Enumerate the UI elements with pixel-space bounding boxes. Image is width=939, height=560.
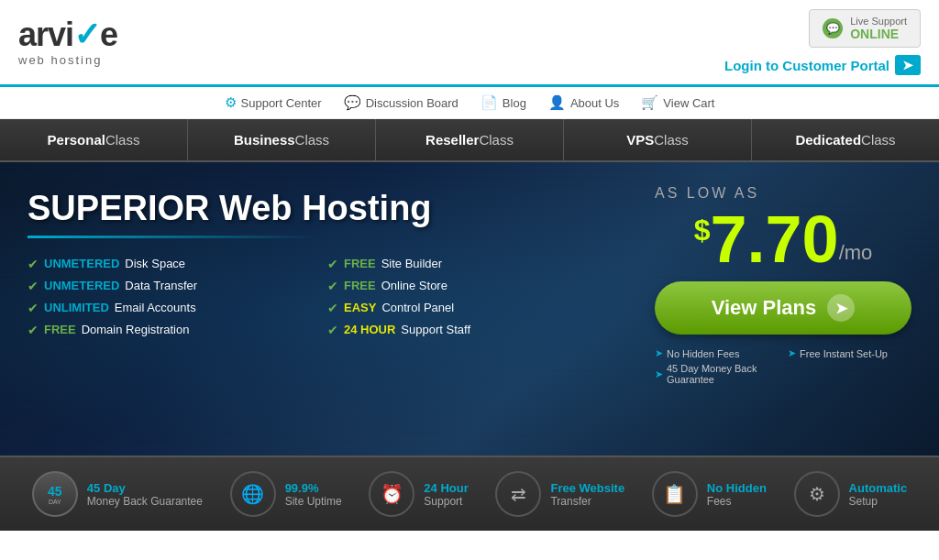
login-portal-link[interactable]: Login to Customer Portal ➤ xyxy=(724,55,921,75)
bottom-support: ⏰ 24 Hour Support xyxy=(369,471,468,517)
live-support-button[interactable]: 💬 Live Support ONLINE xyxy=(809,9,921,48)
badge-45-day: 45 DAY xyxy=(32,471,78,517)
nav-business-bold: Business xyxy=(234,132,295,148)
bottom-uptime-highlight: 99.9% xyxy=(285,481,342,495)
view-plans-button[interactable]: View Plans ➤ xyxy=(655,281,911,335)
bottom-money-back-label: Money Back Guarantee xyxy=(87,495,203,508)
feature-unlimited-email-text: Email Accounts xyxy=(115,301,196,314)
nav-vps-rest: Class xyxy=(654,132,689,148)
bottom-bar: 45 DAY 45 Day Money Back Guarantee 🌐 99.… xyxy=(0,456,939,531)
price-dollar: $ xyxy=(694,214,711,247)
bottom-uptime: 🌐 99.9% Site Uptime xyxy=(230,471,342,517)
bottom-no-hidden-fees: 📋 No Hidden Fees xyxy=(652,471,767,517)
bottom-setup-highlight: Automatic xyxy=(849,481,908,495)
feature-free-online-store-highlight: FREE xyxy=(344,279,376,292)
feature-24-hour-support: ✔ 24 HOUR Support Staff xyxy=(327,323,600,337)
nav-support-center-label: Support Center xyxy=(241,96,322,110)
nav-support-center[interactable]: ⚙ Support Center xyxy=(225,94,322,111)
logo-text: arvi✓e xyxy=(18,18,117,51)
person-icon: 👤 xyxy=(548,94,566,111)
check-icon-4: ✔ xyxy=(327,279,338,293)
feature-free-domain-highlight: FREE xyxy=(44,323,76,336)
price-display: $ 7.70 /mo xyxy=(694,206,873,272)
nav-links: ⚙ Support Center 💬 Discussion Board 📄 Bl… xyxy=(0,87,939,119)
feature-free-online-store: ✔ FREE Online Store xyxy=(327,279,600,293)
header-right: 💬 Live Support ONLINE Login to Customer … xyxy=(724,9,921,75)
view-plans-label: View Plans xyxy=(712,296,817,320)
nav-personal-rest: Class xyxy=(105,132,140,148)
check-icon-3: ✔ xyxy=(28,279,39,293)
nav-dedicated-bold: Dedicated xyxy=(795,132,861,148)
feature-free-online-store-text: Online Store xyxy=(381,279,447,292)
benefit-arrow-icon-3: ➤ xyxy=(655,368,663,380)
price-amount: 7.70 xyxy=(710,206,838,272)
bottom-support-text: 24 Hour Support xyxy=(424,481,468,508)
nav-discussion-board[interactable]: 💬 Discussion Board xyxy=(344,94,458,111)
bottom-uptime-label: Site Uptime xyxy=(285,495,342,508)
feature-unmetered-disk-highlight: UNMETERED xyxy=(44,257,119,270)
check-icon: ✔ xyxy=(28,257,39,271)
nav-discussion-board-label: Discussion Board xyxy=(366,96,458,110)
check-icon-8: ✔ xyxy=(327,323,338,337)
benefit-free-setup-text: Free Instant Set-Up xyxy=(800,348,888,359)
hero-title-rest: Web Hosting xyxy=(219,189,432,227)
chat-icon: 💬 xyxy=(823,18,843,38)
bottom-money-back-highlight: 45 Day xyxy=(87,481,203,495)
document-icon: 📄 xyxy=(481,94,498,111)
hero-title-bold: SUPERIOR xyxy=(28,189,209,227)
nav-dedicated-class[interactable]: DedicatedClass xyxy=(752,119,939,160)
nav-vps-bold: VPS xyxy=(626,132,654,148)
bottom-money-back: 45 DAY 45 Day Money Back Guarantee xyxy=(32,471,203,517)
transfer-icon: ⇄ xyxy=(495,471,541,517)
nav-business-rest: Class xyxy=(295,132,330,148)
main-nav: PersonalClass BusinessClass ResellerClas… xyxy=(0,119,939,162)
benefit-money-back-text: 45 Day Money Back Guarantee xyxy=(667,363,779,385)
price-mo: /mo xyxy=(839,241,873,265)
feature-easy-panel: ✔ EASY Control Panel xyxy=(327,301,600,315)
bottom-transfer-label: Transfer xyxy=(550,495,624,508)
feature-free-site-builder-highlight: FREE xyxy=(344,257,376,270)
clipboard-icon: 📋 xyxy=(652,471,698,517)
bottom-support-label: Support xyxy=(424,495,468,508)
feature-unmetered-transfer: ✔ UNMETERED Data Transfer xyxy=(28,279,300,293)
hero-left: SUPERIOR Web Hosting ✔ UNMETERED Disk Sp… xyxy=(0,162,627,456)
clock-icon: ⏰ xyxy=(369,471,414,517)
nav-vps-class[interactable]: VPSClass xyxy=(564,119,752,160)
check-icon-5: ✔ xyxy=(28,301,39,315)
feature-free-site-builder: ✔ FREE Site Builder xyxy=(327,257,600,271)
nav-personal-class[interactable]: PersonalClass xyxy=(0,119,188,160)
nav-reseller-bold: Reseller xyxy=(425,132,479,148)
header: arvi✓e web hosting 💬 Live Support ONLINE… xyxy=(0,0,939,87)
bottom-fees-highlight: No Hidden xyxy=(707,481,767,495)
hero-banner: SUPERIOR Web Hosting ✔ UNMETERED Disk Sp… xyxy=(0,162,939,456)
as-low-as: AS LOW AS xyxy=(655,185,759,202)
hero-title: SUPERIOR Web Hosting xyxy=(28,190,600,228)
feature-unlimited-email: ✔ UNLIMITED Email Accounts xyxy=(28,301,300,315)
hero-right: AS LOW AS $ 7.70 /mo View Plans ➤ ➤ No H… xyxy=(627,162,939,456)
bottom-transfer: ⇄ Free Website Transfer xyxy=(495,471,624,517)
benefit-arrow-icon: ➤ xyxy=(655,347,663,359)
nav-view-cart[interactable]: 🛒 View Cart xyxy=(641,94,714,111)
nav-reseller-class[interactable]: ResellerClass xyxy=(376,119,564,160)
feature-free-domain: ✔ FREE Domain Registration xyxy=(28,323,300,337)
bottom-transfer-text: Free Website Transfer xyxy=(550,481,624,508)
nav-about-us[interactable]: 👤 About Us xyxy=(548,94,619,111)
feature-unmetered-transfer-text: Data Transfer xyxy=(125,279,197,292)
feature-unmetered-transfer-highlight: UNMETERED xyxy=(44,279,119,292)
bottom-money-back-text: 45 Day Money Back Guarantee xyxy=(87,481,203,508)
live-support-text: Live Support ONLINE xyxy=(850,16,907,41)
hero-underline xyxy=(28,236,321,238)
nav-blog[interactable]: 📄 Blog xyxy=(481,94,526,111)
bottom-setup-text: Automatic Setup xyxy=(849,481,908,508)
feature-unmetered-disk-text: Disk Space xyxy=(125,257,185,270)
features-grid: ✔ UNMETERED Disk Space ✔ FREE Site Build… xyxy=(28,257,600,337)
nav-dedicated-rest: Class xyxy=(861,132,896,148)
nav-view-cart-label: View Cart xyxy=(663,96,714,110)
bottom-fees-text: No Hidden Fees xyxy=(707,481,767,508)
feature-free-site-builder-text: Site Builder xyxy=(381,257,442,270)
feature-unlimited-email-highlight: UNLIMITED xyxy=(44,301,109,314)
hero-benefits: ➤ No Hidden Fees ➤ Free Instant Set-Up ➤… xyxy=(655,347,911,385)
benefit-arrow-icon-2: ➤ xyxy=(788,347,796,359)
nav-business-class[interactable]: BusinessClass xyxy=(188,119,376,160)
chat-bubble-icon: 💬 xyxy=(344,94,361,111)
